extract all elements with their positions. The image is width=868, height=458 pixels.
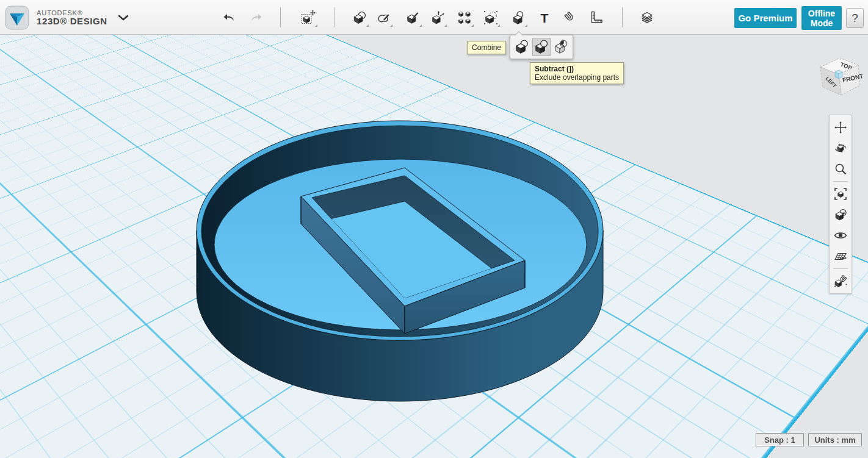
pan-icon — [833, 120, 848, 135]
app-logo-icon — [5, 5, 29, 30]
combine-icon — [511, 10, 526, 25]
grid-eye-icon — [833, 249, 848, 263]
combine-intersect-button[interactable] — [552, 38, 570, 56]
undo-button[interactable] — [218, 7, 240, 29]
offline-mode-line1: Offline — [808, 9, 835, 18]
combine-subtract-button[interactable] — [532, 38, 551, 56]
flyout-corner-indicator — [366, 24, 369, 27]
brand-autodesk-label: AUTODESK® — [37, 9, 107, 16]
flyout-corner-indicator — [315, 24, 317, 27]
rail-divider — [833, 268, 848, 269]
view-cube-corner-highlight[interactable] — [835, 70, 842, 79]
3d-print-button[interactable] — [636, 7, 658, 29]
snap-magnet-icon — [833, 274, 848, 288]
material-button[interactable] — [830, 204, 852, 225]
construct-icon — [405, 10, 420, 25]
grouping-icon — [483, 10, 498, 25]
magnet-icon — [563, 10, 577, 25]
app-brand: AUTODESK® 123D® DESIGN — [5, 5, 107, 30]
flyout-corner-indicator — [525, 24, 527, 27]
text-tool-icon: T — [541, 12, 549, 24]
flyout-corner-indicator — [419, 24, 422, 27]
transform-move-icon — [300, 10, 316, 26]
toolbar-separator — [334, 7, 335, 27]
navigation-rail — [829, 115, 852, 294]
sketch-icon — [376, 10, 391, 25]
material-icon — [833, 207, 848, 222]
rail-divider — [833, 181, 848, 182]
flyout-corner-indicator — [497, 24, 500, 27]
subtract-tooltip-title: Subtract (]) — [535, 65, 619, 73]
pan-button[interactable] — [830, 117, 852, 138]
fit-view-icon — [833, 187, 848, 201]
modify-button[interactable] — [427, 7, 449, 29]
main-menu-chevron-button[interactable] — [115, 12, 132, 24]
orbit-button[interactable] — [830, 138, 852, 159]
brand-123d-design-label: 123D® DESIGN — [37, 16, 107, 27]
top-toolbar: AUTODESK® 123D® DESIGN — [0, 0, 868, 35]
grid-visibility-button[interactable] — [830, 246, 852, 267]
combine-tooltip: Combine — [467, 41, 506, 54]
zoom-button[interactable] — [830, 159, 852, 179]
magnifier-icon — [833, 162, 848, 176]
redo-icon — [249, 10, 264, 25]
toolbar-separator — [280, 7, 281, 27]
subtract-tooltip: Subtract (]) Exclude overlapping parts — [530, 62, 624, 84]
snap-toggle-button[interactable] — [830, 271, 852, 292]
orbit-icon — [833, 141, 848, 156]
go-premium-button[interactable]: Go Premium — [734, 8, 797, 28]
offline-mode-line2: Mode — [811, 18, 833, 28]
grouping-button[interactable] — [480, 7, 502, 29]
snap-setting-button[interactable]: Snap : 1 — [756, 433, 804, 446]
primitives-button[interactable] — [349, 7, 371, 29]
show-hide-button[interactable] — [830, 225, 852, 246]
app-window: AUTODESK® 123D® DESIGN — [0, 0, 868, 458]
merge-icon — [514, 39, 530, 55]
redo-button[interactable] — [245, 7, 267, 29]
subtract-icon — [533, 39, 549, 55]
measure-button[interactable] — [585, 7, 607, 29]
flyout-corner-indicator — [444, 24, 447, 27]
chevron-down-icon — [118, 15, 129, 21]
workplane-grid — [0, 35, 868, 279]
subtract-tooltip-desc: Exclude overlapping parts — [535, 73, 619, 82]
3d-print-layers-icon — [640, 10, 654, 25]
pattern-button[interactable] — [454, 7, 476, 29]
intersect-icon — [553, 39, 569, 55]
eye-icon — [833, 228, 848, 243]
construct-button[interactable] — [402, 7, 424, 29]
transform-move-button[interactable] — [297, 7, 319, 29]
ruler-icon — [588, 10, 603, 25]
primitives-icon — [352, 10, 367, 25]
help-button[interactable]: ? — [846, 8, 864, 28]
snap-button[interactable] — [559, 7, 581, 29]
modify-icon — [430, 10, 445, 25]
flyout-corner-indicator — [390, 24, 392, 27]
viewport-canvas[interactable]: 125 200 — [0, 35, 868, 458]
fit-view-button[interactable] — [830, 184, 852, 204]
combine-flyout-menu — [510, 35, 573, 59]
combine-merge-button[interactable] — [513, 38, 531, 56]
toolbar-separator — [622, 7, 623, 27]
sketch-button[interactable] — [372, 7, 394, 29]
view-cube[interactable]: TOP FRONT LEFT — [812, 50, 863, 98]
combine-button[interactable] — [507, 7, 529, 29]
undo-icon — [222, 10, 236, 25]
flyout-corner-indicator — [471, 24, 474, 27]
offline-mode-button[interactable]: Offline Mode — [801, 6, 842, 30]
units-setting-button[interactable]: Units : mm — [808, 433, 862, 446]
pattern-icon — [457, 10, 472, 25]
text-tool-button[interactable]: T — [533, 7, 555, 29]
